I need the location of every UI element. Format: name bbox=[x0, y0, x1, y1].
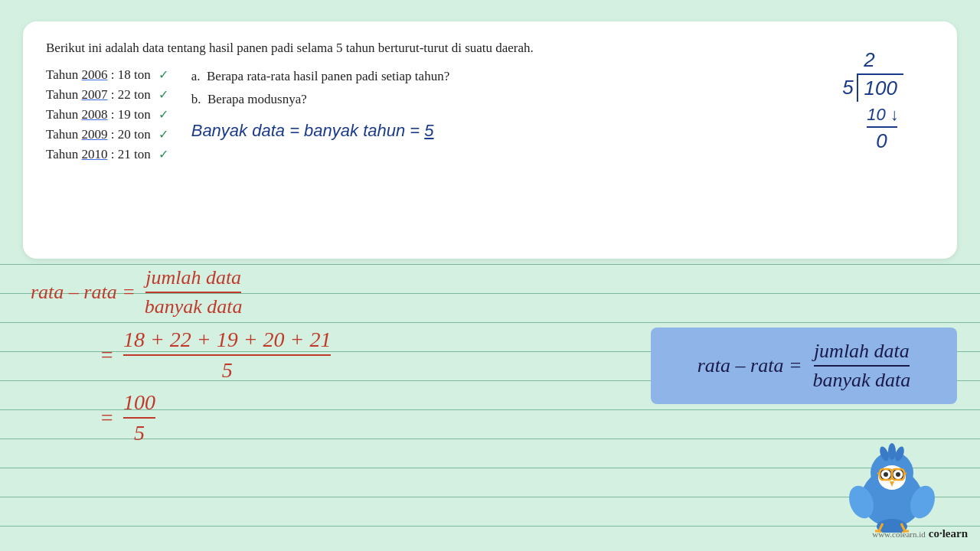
fraction-denominator: banyak data bbox=[145, 293, 243, 318]
data-row-2008: Tahun 2008 : 19 ton ✓ bbox=[46, 107, 168, 122]
fraction-numerator: jumlah data bbox=[145, 266, 241, 293]
check-2008: ✓ bbox=[158, 107, 168, 122]
check-2009: ✓ bbox=[158, 127, 168, 142]
bird-mascot-svg bbox=[842, 433, 942, 533]
calc-step1: = 18 + 22 + 19 + 20 + 21 5 bbox=[100, 328, 331, 383]
formula-box-label: rata – rata = bbox=[697, 354, 802, 377]
check-2010: ✓ bbox=[158, 147, 168, 161]
check-2007: ✓ bbox=[158, 87, 168, 102]
label-2006: Tahun 2006 : 18 ton bbox=[46, 67, 151, 83]
banyak-data-statement: Banyak data = banyak tahun = 5 bbox=[191, 121, 934, 141]
formula-box-fraction: jumlah data banyak data bbox=[812, 340, 910, 392]
question-a: a. Berapa rata-rata hasil panen padi set… bbox=[191, 69, 934, 84]
divider-line-10 bbox=[0, 526, 980, 527]
divider-line-1 bbox=[0, 264, 980, 265]
div-line bbox=[867, 126, 897, 128]
formula-box-denominator: banyak data bbox=[812, 367, 910, 392]
card-body: Tahun 2006 : 18 ton ✓ Tahun 2007 : 22 to… bbox=[46, 67, 934, 167]
div-subtraction: 10 ↓ bbox=[867, 105, 903, 125]
div-dividend: 100 bbox=[857, 73, 903, 102]
calc-numerator-1: 18 + 22 + 19 + 20 + 21 bbox=[123, 328, 332, 356]
svg-point-10 bbox=[884, 472, 888, 477]
calc-denominator-1: 5 bbox=[222, 356, 233, 383]
div-quotient: 2 bbox=[864, 48, 903, 72]
div-remainder: 0 bbox=[876, 129, 903, 153]
data-row-2006: Tahun 2006 : 18 ton ✓ bbox=[46, 67, 168, 83]
div-divisor: 5 bbox=[842, 76, 853, 99]
divider-line-9 bbox=[0, 497, 980, 497]
equals-1: = bbox=[100, 343, 114, 367]
label-2010: Tahun 2010 : 21 ton bbox=[46, 147, 151, 162]
svg-point-11 bbox=[896, 472, 900, 477]
brand-name: co·learn bbox=[929, 527, 968, 540]
formula-box-numerator: jumlah data bbox=[814, 340, 910, 367]
calc-step2: = 100 5 bbox=[100, 390, 155, 445]
intro-text: Berikut ini adalah data tentang hasil pa… bbox=[46, 38, 934, 58]
check-2006: ✓ bbox=[158, 67, 168, 82]
data-row-2007: Tahun 2007 : 22 ton ✓ bbox=[46, 87, 168, 103]
data-row-2009: Tahun 2009 : 20 ton ✓ bbox=[46, 127, 168, 142]
divider-line-8 bbox=[0, 468, 980, 468]
label-2007: Tahun 2007 : 22 ton bbox=[46, 87, 151, 103]
q-b-label: b. Berapa modusnya? bbox=[191, 92, 307, 106]
svg-point-23 bbox=[888, 443, 896, 460]
rata-formula-section: rata – rata = jumlah data banyak data bbox=[31, 266, 243, 318]
rata-rata-label: rata – rata = bbox=[31, 281, 136, 304]
calc-fraction-2: 100 5 bbox=[123, 390, 155, 445]
label-2008: Tahun 2008 : 19 ton bbox=[46, 107, 151, 122]
rata-fraction: jumlah data banyak data bbox=[145, 266, 243, 318]
brand-website: www.colearn.id bbox=[872, 530, 926, 539]
data-list: Tahun 2006 : 18 ton ✓ Tahun 2007 : 22 to… bbox=[46, 67, 168, 167]
mascot-area bbox=[842, 433, 942, 536]
formula-box: rata – rata = jumlah data banyak data bbox=[651, 328, 957, 404]
divider-line-3 bbox=[0, 322, 980, 323]
division-work: 2 5 100 10 ↓ 0 bbox=[842, 48, 903, 153]
equals-2: = bbox=[100, 406, 114, 430]
calc-denominator-2: 5 bbox=[134, 419, 145, 445]
info-card: Berikut ini adalah data tentang hasil pa… bbox=[23, 21, 957, 259]
calc-numerator-2: 100 bbox=[123, 390, 155, 419]
calc-fraction-1: 18 + 22 + 19 + 20 + 21 5 bbox=[123, 328, 332, 383]
label-2009: Tahun 2009 : 20 ton bbox=[46, 127, 151, 142]
question-b: b. Berapa modusnya? bbox=[191, 92, 934, 107]
div-main-row: 5 100 bbox=[842, 73, 903, 102]
brand-section: www.colearn.id co·learn bbox=[872, 527, 968, 540]
questions-section: a. Berapa rata-rata hasil panen padi set… bbox=[191, 67, 934, 167]
data-row-2010: Tahun 2010 : 21 ton ✓ bbox=[46, 147, 168, 162]
q-a-label: a. Berapa rata-rata hasil panen padi set… bbox=[191, 69, 449, 83]
